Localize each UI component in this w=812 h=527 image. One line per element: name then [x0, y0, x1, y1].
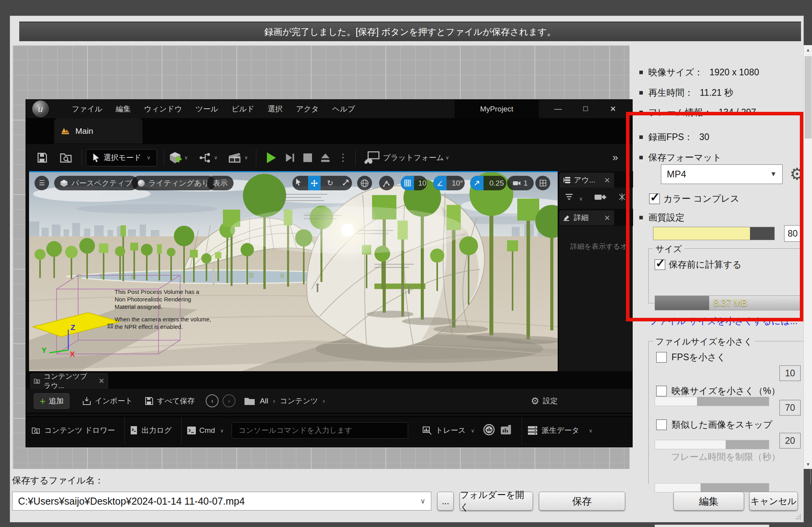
tab-content-browser[interactable]: コンテンツブラウ... ✕ [30, 373, 108, 389]
resize-grip[interactable] [795, 514, 801, 520]
sidebar-scrollbar[interactable]: ▲ ▼ [803, 45, 812, 469]
filename-combobox[interactable]: C:¥Users¥saijo¥Desktop¥2024-01-14 11-40-… [12, 492, 431, 511]
viewport-options-icon[interactable]: ☰ [35, 176, 49, 190]
reduce-fps-row[interactable]: FPSを小さく [656, 351, 726, 363]
save-button[interactable]: 保存 [539, 492, 625, 511]
move-tool-icon[interactable] [308, 176, 320, 190]
combo-chevron-icon[interactable]: ∨ [420, 497, 425, 505]
menu-help[interactable]: ヘルプ [326, 104, 362, 114]
scrollbar-thumb[interactable] [805, 56, 812, 139]
cinematics-icon[interactable]: ∨ [228, 151, 248, 164]
angle-snap-control[interactable]: 10° [433, 176, 465, 190]
forward-button[interactable]: › [223, 394, 235, 407]
scroll-up-icon[interactable]: ▲ [804, 45, 812, 55]
quad-view-icon[interactable] [535, 176, 550, 190]
color-compress-label: カラー コンプレス [663, 193, 739, 205]
calc-before-save-checkbox[interactable]: ✓ [655, 259, 665, 270]
browse-content-icon[interactable] [60, 152, 73, 164]
screenshot-stats-icon[interactable] [500, 425, 514, 437]
insights-icon[interactable] [483, 424, 495, 438]
add-actor-icon[interactable]: ∨ [168, 151, 188, 164]
edit-button[interactable]: 編集 [673, 492, 744, 511]
breadcrumb-folder[interactable]: コンテンツ [280, 396, 318, 406]
minimize-button[interactable]: — [548, 100, 568, 117]
tab-outliner[interactable]: アウ... ✕ [559, 173, 614, 188]
console-command-input[interactable] [237, 426, 402, 435]
rotate-tool-icon[interactable]: ↻ [324, 179, 336, 188]
cancel-button[interactable]: キャンセル [749, 492, 798, 511]
skip-similar-slider[interactable] [655, 483, 769, 492]
show-dropdown[interactable]: 表示 [207, 176, 234, 190]
transform-tools[interactable]: ↻ [292, 176, 352, 190]
reduce-fps-checkbox[interactable] [656, 352, 667, 363]
world-transform-icon[interactable] [357, 176, 372, 190]
menu-actor[interactable]: アクタ [289, 104, 325, 114]
back-button[interactable]: ‹ [206, 394, 219, 407]
reduce-size-value[interactable]: 70 [779, 400, 801, 416]
format-settings-gear-icon[interactable]: ⚙ [790, 165, 805, 183]
open-folder-button[interactable]: フォルダーを開く [460, 492, 533, 511]
calc-before-save-row[interactable]: ✓ 保存前に計算する [655, 259, 742, 271]
scale-snap-control[interactable]: 0.25 [470, 176, 506, 190]
camera-speed-control[interactable]: 1 [507, 176, 534, 190]
snapshot-icon[interactable] [618, 193, 626, 202]
close-button[interactable]: ✕ [603, 100, 623, 117]
grid-snap-control[interactable]: 10 [401, 176, 427, 190]
close-icon[interactable]: ✕ [604, 176, 610, 185]
eject-button[interactable] [321, 153, 330, 162]
tab-details[interactable]: 詳細 ✕ [559, 210, 614, 225]
tab-main[interactable]: Main [54, 118, 142, 144]
skip-similar-row[interactable]: 類似した画像をスキップ [656, 419, 772, 431]
blueprints-icon[interactable]: ∨ [198, 152, 218, 164]
menu-edit[interactable]: 編集 [109, 104, 137, 114]
reduce-size-slider[interactable] [655, 440, 769, 449]
reduce-size-link[interactable]: ファイル サイズを小さくするには... [649, 315, 797, 327]
scroll-down-icon[interactable]: ▼ [804, 460, 812, 469]
quality-slider[interactable] [653, 227, 775, 240]
filter-icon[interactable]: ∨ [566, 193, 583, 202]
reduce-size-row[interactable]: 映像サイズを小さく（%） [656, 385, 780, 397]
cmd-dropdown[interactable]: Cmd ∨ [187, 426, 224, 435]
perspective-dropdown[interactable]: パースペクティブ [54, 176, 138, 190]
play-options-icon[interactable]: ⋮ [338, 151, 348, 164]
frame-skip-button[interactable] [285, 153, 295, 163]
skip-similar-value[interactable]: 20 [779, 433, 801, 449]
menu-file[interactable]: ファイル [65, 104, 109, 114]
content-drawer-button[interactable]: コンテンツ ドロワー [31, 425, 115, 436]
menu-select[interactable]: 選択 [261, 104, 289, 114]
color-compress-checkbox[interactable]: ✓ [649, 193, 660, 204]
select-tool-icon[interactable] [292, 179, 305, 188]
browse-button[interactable]: ... [437, 492, 454, 511]
menu-build[interactable]: ビルド [225, 104, 261, 114]
menu-tools[interactable]: ツール [189, 104, 225, 114]
output-log-button[interactable]: 出力ログ [130, 425, 172, 436]
trace-dropdown[interactable]: トレース ∨ [422, 425, 474, 436]
skip-similar-checkbox[interactable] [656, 419, 667, 430]
scale-tool-icon[interactable] [340, 179, 352, 188]
select-mode-dropdown[interactable]: 選択モード ∨ [86, 149, 157, 166]
lit-mode-dropdown[interactable]: ライティングあり [132, 176, 215, 190]
reduce-size-checkbox[interactable] [656, 386, 667, 396]
reduce-fps-value[interactable]: 10 [779, 365, 801, 381]
play-button[interactable] [266, 152, 277, 164]
maximize-button[interactable]: □ [575, 100, 596, 117]
surface-snapping-icon[interactable] [379, 176, 394, 190]
breadcrumb-root[interactable]: All [260, 397, 268, 405]
close-icon[interactable]: ✕ [604, 213, 610, 222]
save-icon[interactable] [36, 152, 48, 164]
color-compress-row[interactable]: ✓ カラー コンプレス [649, 193, 739, 205]
settings-button[interactable]: ⚙ 設定 [531, 396, 558, 407]
platform-label[interactable]: プラットフォーム [383, 153, 444, 163]
menu-window[interactable]: ウィンドウ [137, 104, 189, 114]
save-all-button[interactable]: すべて保存 [144, 396, 195, 406]
add-button[interactable]: + 追加 [34, 393, 69, 409]
reduce-fps-slider[interactable] [655, 397, 769, 406]
close-icon[interactable]: ✕ [99, 377, 104, 385]
toolbar-overflow-icon[interactable]: » [613, 151, 618, 164]
stop-button[interactable] [303, 153, 312, 162]
format-select[interactable]: MP4 ▼ [661, 164, 783, 184]
derived-data-dropdown[interactable]: 派生データ ∨ [527, 425, 592, 436]
import-button[interactable]: インポート [82, 396, 133, 406]
viewport[interactable]: This Post Process Volume has a Non Photo… [29, 171, 558, 371]
camera-add-icon[interactable] [595, 193, 606, 202]
